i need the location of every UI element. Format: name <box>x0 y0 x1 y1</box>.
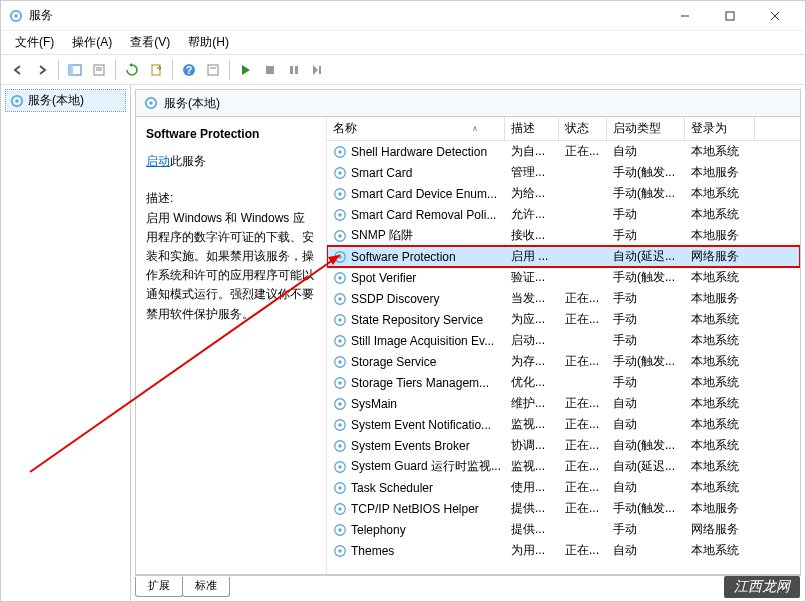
cell-startup: 手动 <box>607 520 685 539</box>
service-row[interactable]: Smart Card Device Enum...为给...手动(触发...本地… <box>327 183 800 204</box>
cell-status: 正在... <box>559 142 607 161</box>
cell-name: SysMain <box>327 396 505 412</box>
service-row[interactable]: TCP/IP NetBIOS Helper提供...正在...手动(触发...本… <box>327 498 800 519</box>
cell-startup: 手动 <box>607 205 685 224</box>
menu-help[interactable]: 帮助(H) <box>180 32 237 53</box>
service-row[interactable]: Smart Card管理...手动(触发...本地服务 <box>327 162 800 183</box>
cell-desc: 验证... <box>505 268 559 287</box>
col-logon-as[interactable]: 登录为 <box>685 117 755 140</box>
export-button[interactable] <box>145 59 167 81</box>
cell-desc: 优化... <box>505 373 559 392</box>
cell-status <box>559 256 607 258</box>
cell-startup: 自动(触发... <box>607 436 685 455</box>
service-name-text: Spot Verifier <box>351 271 416 285</box>
cell-name: Telephony <box>327 522 505 538</box>
svg-point-41 <box>338 318 342 322</box>
service-row[interactable]: Shell Hardware Detection为自...正在...自动本地系统 <box>327 141 800 162</box>
tree-pane[interactable]: 服务(本地) <box>1 85 131 601</box>
restart-service-button[interactable] <box>307 59 329 81</box>
list-rows[interactable]: Shell Hardware Detection为自...正在...自动本地系统… <box>327 141 800 574</box>
cell-startup: 手动(触发... <box>607 499 685 518</box>
col-startup-type[interactable]: 启动类型 <box>607 117 685 140</box>
selected-service-name: Software Protection <box>146 125 316 144</box>
service-row[interactable]: State Repository Service为应...正在...手动本地系统 <box>327 309 800 330</box>
cell-desc: 管理... <box>505 163 559 182</box>
service-row[interactable]: System Event Notificatio...监视...正在...自动本… <box>327 414 800 435</box>
cell-logon: 网络服务 <box>685 520 755 539</box>
close-button[interactable] <box>752 2 797 30</box>
maximize-button[interactable] <box>707 2 752 30</box>
service-name-text: SSDP Discovery <box>351 292 439 306</box>
svg-text:?: ? <box>186 65 192 76</box>
properties-button[interactable] <box>88 59 110 81</box>
minimize-button[interactable] <box>662 2 707 30</box>
svg-point-1 <box>14 14 18 18</box>
service-row[interactable]: Task Scheduler使用...正在...自动本地系统 <box>327 477 800 498</box>
back-button[interactable] <box>7 59 29 81</box>
tab-extended[interactable]: 扩展 <box>135 577 183 597</box>
menu-action[interactable]: 操作(A) <box>64 32 120 53</box>
service-row[interactable]: Spot Verifier验证...手动(触发...本地系统 <box>327 267 800 288</box>
svg-rect-16 <box>266 66 274 74</box>
service-row[interactable]: SysMain维护...正在...自动本地系统 <box>327 393 800 414</box>
right-header-label: 服务(本地) <box>164 95 220 112</box>
cell-startup: 手动 <box>607 373 685 392</box>
svg-rect-14 <box>208 65 218 75</box>
cell-logon: 本地服务 <box>685 289 755 308</box>
service-row[interactable]: SSDP Discovery当发...正在...手动本地服务 <box>327 288 800 309</box>
cell-desc: 监视... <box>505 457 559 476</box>
help-button[interactable]: ? <box>178 59 200 81</box>
service-row[interactable]: Still Image Acquisition Ev...启动...手动本地系统 <box>327 330 800 351</box>
cell-logon: 本地系统 <box>685 373 755 392</box>
cell-name: Task Scheduler <box>327 480 505 496</box>
cell-logon: 本地服务 <box>685 499 755 518</box>
tree-root-item[interactable]: 服务(本地) <box>5 89 126 112</box>
cell-logon: 本地系统 <box>685 184 755 203</box>
col-description[interactable]: 描述 <box>505 117 559 140</box>
service-row[interactable]: Smart Card Removal Poli...允许...手动本地系统 <box>327 204 800 225</box>
cell-logon: 本地系统 <box>685 541 755 560</box>
svg-rect-7 <box>69 65 73 75</box>
gear-icon <box>333 208 347 222</box>
col-name[interactable]: 名称∧ <box>327 117 505 140</box>
cell-logon: 本地系统 <box>685 415 755 434</box>
cell-status: 正在... <box>559 415 607 434</box>
service-row[interactable]: System Events Broker协调...正在...自动(触发...本地… <box>327 435 800 456</box>
service-row[interactable]: Themes为用...正在...自动本地系统 <box>327 540 800 561</box>
service-row[interactable]: Telephony提供...手动网络服务 <box>327 519 800 540</box>
col-status[interactable]: 状态 <box>559 117 607 140</box>
cell-desc: 为给... <box>505 184 559 203</box>
cell-startup: 自动 <box>607 142 685 161</box>
service-row[interactable]: Software Protection启用 ...自动(延迟...网络服务 <box>327 246 800 267</box>
service-name-text: Themes <box>351 544 394 558</box>
cell-name: State Repository Service <box>327 312 505 328</box>
gear-icon <box>333 292 347 306</box>
menu-view[interactable]: 查看(V) <box>122 32 178 53</box>
properties2-button[interactable] <box>202 59 224 81</box>
svg-point-23 <box>149 101 153 105</box>
window-title: 服务 <box>29 7 53 24</box>
cell-startup: 手动(触发... <box>607 352 685 371</box>
gear-icon <box>333 418 347 432</box>
service-row[interactable]: Storage Tiers Managem...优化...手动本地系统 <box>327 372 800 393</box>
cell-name: Smart Card Device Enum... <box>327 186 505 202</box>
watermark: 江西龙网 <box>724 576 800 598</box>
pause-service-button[interactable] <box>283 59 305 81</box>
svg-rect-18 <box>295 66 298 74</box>
gear-icon <box>333 439 347 453</box>
forward-button[interactable] <box>31 59 53 81</box>
gear-icon <box>333 397 347 411</box>
service-row[interactable]: Storage Service为存...正在...手动(触发...本地系统 <box>327 351 800 372</box>
stop-service-button[interactable] <box>259 59 281 81</box>
tab-standard[interactable]: 标准 <box>182 577 230 597</box>
service-row[interactable]: SNMP 陷阱接收...手动本地服务 <box>327 225 800 246</box>
show-hide-tree-button[interactable] <box>64 59 86 81</box>
list-pane: 名称∧ 描述 状态 启动类型 登录为 Shell Hardware Detect… <box>326 117 800 574</box>
refresh-button[interactable] <box>121 59 143 81</box>
service-row[interactable]: System Guard 运行时监视...监视...正在...自动(延迟...本… <box>327 456 800 477</box>
start-service-link[interactable]: 启动 <box>146 154 170 168</box>
start-service-button[interactable] <box>235 59 257 81</box>
cell-name: System Event Notificatio... <box>327 417 505 433</box>
menu-file[interactable]: 文件(F) <box>7 32 62 53</box>
svg-point-39 <box>338 297 342 301</box>
